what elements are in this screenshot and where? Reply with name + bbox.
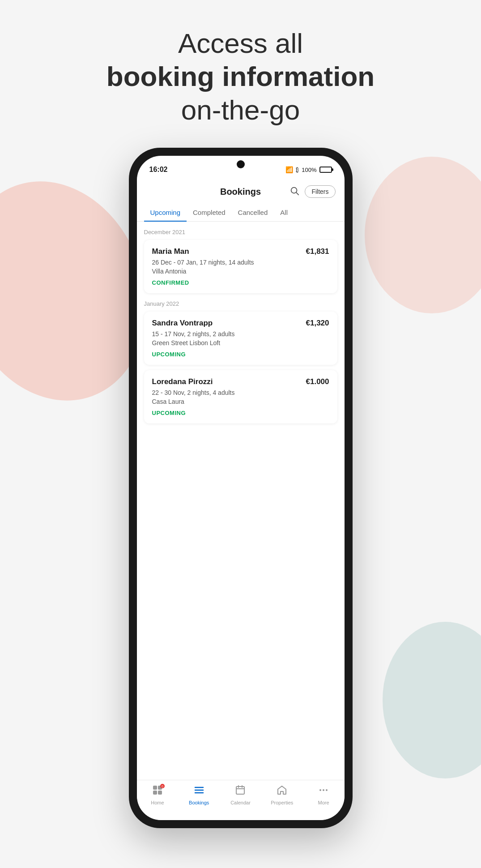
nav-label-properties: Properties — [271, 800, 293, 805]
decorative-blob-pink-right — [365, 157, 481, 313]
tab-completed[interactable]: Completed — [187, 204, 232, 222]
tab-all[interactable]: All — [274, 204, 294, 222]
nav-item-more[interactable]: More — [303, 785, 345, 805]
month-label-jan: January 2022 — [144, 300, 337, 307]
status-badge-sandra: UPCOMING — [152, 351, 329, 358]
property-name-loredana: Casa Laura — [152, 398, 329, 405]
nav-label-calendar: Calendar — [230, 800, 251, 805]
svg-rect-5 — [158, 791, 162, 795]
search-button[interactable] — [289, 186, 299, 198]
battery-percent: 100% — [302, 167, 316, 173]
booking-price-sandra: €1,320 — [306, 319, 329, 328]
phone-outer-frame: 16:02 📶 ₿ 100% Bookings — [129, 148, 353, 828]
svg-point-14 — [323, 789, 324, 791]
nav-label-home: Home — [151, 800, 164, 805]
hero-section: Access all booking information on-the-go — [0, 27, 481, 127]
status-badge-maria: CONFIRMED — [152, 279, 329, 286]
phone-mockup: 16:02 📶 ₿ 100% Bookings — [129, 148, 353, 828]
guest-name-maria: Maria Man — [152, 247, 189, 256]
filters-button[interactable]: Filters — [305, 185, 335, 198]
booking-dates-maria: 26 Dec - 07 Jan, 17 nights, 14 adults — [152, 259, 329, 266]
bookings-icon — [194, 785, 204, 798]
booking-card-sandra[interactable]: Sandra Vontrapp €1,320 15 - 17 Nov, 2 ni… — [144, 312, 337, 365]
nav-label-more: More — [318, 800, 329, 805]
home-icon: 0 — [152, 785, 163, 798]
hero-line3: on-the-go — [181, 94, 300, 125]
properties-icon — [277, 785, 287, 798]
svg-rect-9 — [236, 787, 244, 794]
svg-line-1 — [297, 192, 299, 195]
booking-dates-loredana: 22 - 30 Nov, 2 nights, 4 adults — [152, 389, 329, 396]
booking-dates-sandra: 15 - 17 Nov, 2 nights, 2 adults — [152, 330, 329, 338]
svg-rect-2 — [153, 786, 157, 790]
app-header: Bookings Filters — [137, 179, 345, 204]
home-badge: 0 — [160, 784, 165, 788]
bluetooth-icon: ₿ — [296, 166, 299, 173]
tab-cancelled[interactable]: Cancelled — [232, 204, 274, 222]
hero-line2: booking information — [36, 60, 445, 93]
property-name-sandra: Green Street Lisbon Loft — [152, 339, 329, 346]
guest-name-loredana: Loredana Pirozzi — [152, 377, 213, 386]
app-title: Bookings — [220, 187, 261, 197]
more-icon — [318, 785, 329, 798]
wifi-icon: 📶 — [285, 166, 293, 173]
status-badge-loredana: UPCOMING — [152, 410, 329, 416]
booking-price-maria: €1,831 — [306, 247, 329, 256]
booking-card-loredana[interactable]: Loredana Pirozzi €1.000 22 - 30 Nov, 2 n… — [144, 370, 337, 423]
nav-label-bookings: Bookings — [189, 800, 209, 805]
booking-tabs: Upcoming Completed Cancelled All — [137, 204, 345, 222]
phone-screen: 16:02 📶 ₿ 100% Bookings — [137, 156, 345, 820]
svg-point-13 — [319, 789, 321, 791]
booking-card-maria[interactable]: Maria Man €1,831 26 Dec - 07 Jan, 17 nig… — [144, 240, 337, 293]
booking-price-loredana: €1.000 — [306, 377, 329, 386]
nav-item-home[interactable]: 0 Home — [137, 785, 179, 805]
svg-rect-4 — [153, 791, 157, 795]
status-time: 16:02 — [149, 166, 168, 174]
calendar-icon — [235, 785, 246, 798]
property-name-maria: Villa Antonia — [152, 268, 329, 275]
hero-line1: Access all — [178, 28, 303, 59]
header-actions: Filters — [289, 185, 335, 198]
nav-item-bookings[interactable]: Bookings — [178, 785, 220, 805]
month-label-dec: December 2021 — [144, 229, 337, 235]
tab-upcoming[interactable]: Upcoming — [144, 204, 187, 222]
decorative-blob-teal — [383, 622, 481, 778]
bottom-navigation: 0 Home Bookings — [137, 780, 345, 820]
svg-point-15 — [326, 789, 328, 791]
battery-bar — [319, 167, 332, 173]
phone-camera — [237, 160, 245, 168]
nav-item-properties[interactable]: Properties — [261, 785, 303, 805]
bookings-content: December 2021 Maria Man €1,831 26 Dec - … — [137, 222, 345, 821]
status-icons: 📶 ₿ 100% — [285, 166, 332, 173]
nav-item-calendar[interactable]: Calendar — [220, 785, 261, 805]
guest-name-sandra: Sandra Vontrapp — [152, 319, 213, 328]
